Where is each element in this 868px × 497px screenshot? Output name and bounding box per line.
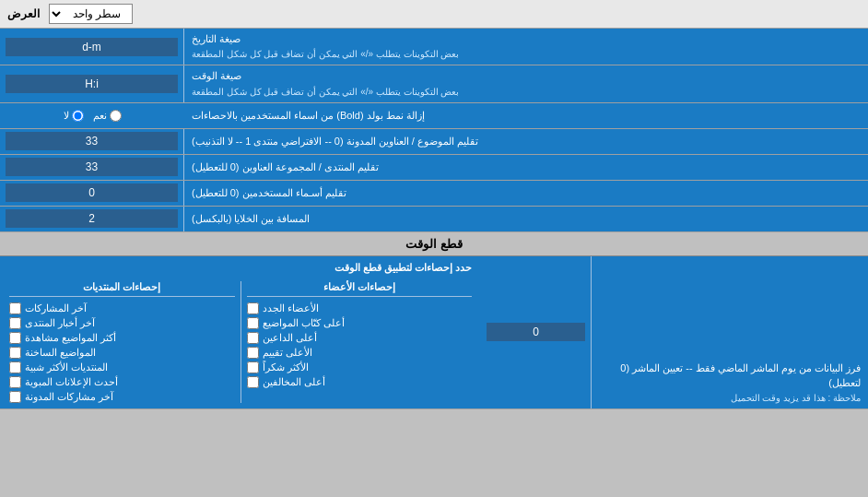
cb-most-thanked: الأكثر شكراً: [247, 361, 473, 373]
cut-time-input[interactable]: [487, 323, 585, 341]
titles-count-row: تقليم الموضوع / العناوين المدونة (0 -- ا…: [0, 129, 868, 155]
cut-time-input-wrapper: [481, 256, 592, 408]
cb-latest-classified-check[interactable]: [9, 376, 21, 388]
cb-hot-topics: المواضيع الساخنة: [9, 347, 235, 359]
time-format-input[interactable]: [6, 75, 178, 93]
cb-latest-classified: أحدث الإعلانات المبوية: [9, 376, 235, 388]
checkboxes-area: حدد إحصاءات لتطبيق قطع الوقت إحصاءات الأ…: [0, 256, 481, 408]
cb-top-writers-check[interactable]: [247, 317, 259, 329]
column-spacing-label: المسافة بين الخلايا (بالبكسل): [184, 207, 868, 231]
bold-no-radio[interactable]: [72, 110, 84, 122]
top-select-row: سطر واحد العرض: [0, 0, 868, 29]
forum-titles-input-wrapper: [0, 155, 184, 180]
date-format-label: صيغة التاريخ بعض التكوينات يتطلب «/» الت…: [184, 29, 868, 65]
cb-latest-posts-check[interactable]: [9, 302, 21, 314]
bold-option-radios: نعم لا: [0, 103, 184, 128]
cb-latest-posts: آخر المشاركات: [9, 302, 235, 314]
forums-stats-col: إحصاءات المنتديات آخر المشاركات آخر أخبا…: [9, 281, 235, 403]
time-format-input-wrapper: [0, 65, 184, 101]
cb-most-thanked-check[interactable]: [247, 361, 259, 373]
cb-latest-news-check[interactable]: [9, 317, 21, 329]
forum-titles-label: تقليم المنتدى / المجموعة العناوين (0 للت…: [184, 155, 868, 180]
date-format-input-wrapper: [0, 29, 184, 65]
cb-top-violators: أعلى المخالفين: [247, 376, 473, 388]
cb-blog-posts-check[interactable]: [9, 391, 21, 403]
forum-titles-input[interactable]: [6, 158, 178, 176]
column-spacing-input[interactable]: [6, 209, 178, 228]
cb-most-similar: المنتديات الأكثر شبية: [9, 361, 235, 373]
members-stats-header: إحصاءات الأعضاء: [247, 281, 473, 297]
cb-most-viewed-check[interactable]: [9, 332, 21, 344]
cb-new-members-check[interactable]: [247, 302, 259, 314]
bold-option-label: إزالة نمط بولد (Bold) من اسماء المستخدمي…: [184, 103, 868, 128]
date-format-input[interactable]: [6, 38, 178, 56]
column-spacing-row: المسافة بين الخلايا (بالبكسل): [0, 207, 868, 232]
display-select[interactable]: سطر واحد: [49, 4, 133, 24]
bold-yes-label[interactable]: نعم: [93, 110, 122, 122]
limit-label: حدد إحصاءات لتطبيق قطع الوقت: [9, 262, 472, 274]
cut-time-section: فرز البيانات من يوم الماشر الماضي فقط --…: [0, 256, 868, 409]
usernames-label: تقليم أسـماء المستخدمين (0 للتعطيل): [184, 181, 868, 206]
cb-most-viewed: أكثر المواضيع مشاهدة: [9, 332, 235, 344]
display-label: العرض: [7, 7, 40, 20]
checkboxes-columns: إحصاءات الأعضاء الأعضاء الجدد أعلى كتّاب…: [9, 281, 472, 403]
forum-titles-row: تقليم المنتدى / المجموعة العناوين (0 للت…: [0, 155, 868, 181]
cb-top-rated-check[interactable]: [247, 347, 259, 359]
bold-yes-radio[interactable]: [110, 110, 122, 122]
bold-no-label[interactable]: لا: [64, 110, 84, 122]
divider: [240, 281, 241, 403]
section-header: قطع الوقت: [0, 232, 868, 256]
cut-time-label-wrapper: فرز البيانات من يوم الماشر الماضي فقط --…: [592, 256, 868, 408]
titles-count-input-wrapper: [0, 129, 184, 154]
cb-top-violators-check[interactable]: [247, 376, 259, 388]
cb-latest-news: آخر أخبار المنتدى: [9, 317, 235, 329]
column-spacing-input-wrapper: [0, 207, 184, 231]
bold-option-row: إزالة نمط بولد (Bold) من اسماء المستخدمي…: [0, 103, 868, 129]
time-format-label: صيغة الوقت بعض التكوينات يتطلب «/» التي …: [184, 65, 868, 101]
usernames-row: تقليم أسـماء المستخدمين (0 للتعطيل): [0, 181, 868, 207]
usernames-input-wrapper: [0, 181, 184, 206]
cb-blog-posts: آخر مشاركات المدونة: [9, 391, 235, 403]
members-stats-col: إحصاءات الأعضاء الأعضاء الجدد أعلى كتّاب…: [247, 281, 473, 403]
forums-stats-header: إحصاءات المنتديات: [9, 281, 235, 297]
date-format-row: صيغة التاريخ بعض التكوينات يتطلب «/» الت…: [0, 29, 868, 65]
cb-top-inviters: أعلى الداعين: [247, 332, 473, 344]
cb-top-writers: أعلى كتّاب المواضيع: [247, 317, 473, 329]
time-format-row: صيغة الوقت بعض التكوينات يتطلب «/» التي …: [0, 65, 868, 102]
titles-count-input[interactable]: [6, 132, 178, 150]
cb-new-members: الأعضاء الجدد: [247, 302, 473, 314]
cb-hot-topics-check[interactable]: [9, 347, 21, 359]
cb-top-inviters-check[interactable]: [247, 332, 259, 344]
cb-top-rated: الأعلى تقييم: [247, 347, 473, 359]
titles-count-label: تقليم الموضوع / العناوين المدونة (0 -- ا…: [184, 129, 868, 154]
cb-most-similar-check[interactable]: [9, 361, 21, 373]
usernames-input[interactable]: [6, 183, 178, 202]
